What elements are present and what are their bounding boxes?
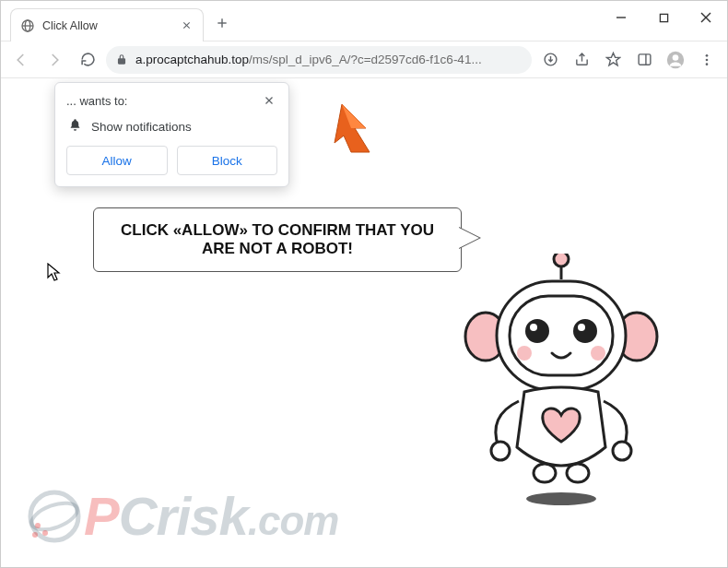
svg-point-19 xyxy=(706,54,709,57)
bookmark-icon[interactable] xyxy=(598,45,628,75)
browser-tab[interactable]: Click Allow xyxy=(10,8,204,41)
watermark-globe-icon xyxy=(27,489,82,544)
titlebar: Click Allow xyxy=(1,1,727,41)
svg-point-42 xyxy=(526,492,596,505)
url-text: a.procaptchahub.top/ms/spl_d_ipv6_A/?c=d… xyxy=(135,53,482,66)
notification-permission-popup: ... wants to: Show notifications Allow B… xyxy=(54,82,289,187)
svg-rect-31 xyxy=(510,296,613,375)
allow-button[interactable]: Allow xyxy=(66,146,168,175)
permission-item-label: Show notifications xyxy=(91,120,192,134)
address-bar[interactable]: a.procaptchahub.top/ms/spl_d_ipv6_A/?c=d… xyxy=(106,46,532,74)
svg-marker-14 xyxy=(606,53,619,65)
svg-point-39 xyxy=(613,442,631,460)
reload-button[interactable] xyxy=(73,45,102,75)
cursor-icon xyxy=(47,263,62,285)
svg-rect-15 xyxy=(639,54,651,65)
tab-close-icon[interactable] xyxy=(179,18,194,33)
url-host: a.procaptchahub.top xyxy=(135,53,249,66)
permission-title: ... wants to: xyxy=(66,94,127,108)
url-path: /ms/spl_d_ipv6_A/?c=d2597cd6-f1c6-41... xyxy=(249,53,482,66)
svg-rect-8 xyxy=(660,14,667,21)
lock-icon xyxy=(115,53,128,66)
permission-item: Show notifications xyxy=(68,118,277,135)
instruction-bubble: CLICK «ALLOW» TO CONFIRM THAT YOU ARE NO… xyxy=(93,207,462,272)
browser-window: Click Allow xyxy=(0,0,728,568)
svg-point-45 xyxy=(35,523,41,528)
svg-point-32 xyxy=(525,319,549,343)
svg-point-40 xyxy=(534,464,556,482)
tab-title: Click Allow xyxy=(42,19,171,32)
svg-point-18 xyxy=(673,54,679,61)
maximize-button[interactable] xyxy=(642,1,685,34)
close-button[interactable] xyxy=(685,1,727,34)
svg-point-36 xyxy=(517,346,532,361)
permission-actions: Allow Block xyxy=(66,146,277,175)
close-icon[interactable] xyxy=(261,92,277,109)
window-controls xyxy=(600,1,727,41)
svg-point-41 xyxy=(567,464,589,482)
annotation-arrow-icon xyxy=(323,97,388,165)
svg-point-38 xyxy=(491,442,510,460)
page-content: ... wants to: Show notifications Allow B… xyxy=(1,78,727,567)
install-icon[interactable] xyxy=(535,45,565,75)
svg-point-37 xyxy=(591,346,605,361)
bell-icon xyxy=(68,118,82,135)
svg-point-20 xyxy=(706,58,709,61)
instruction-text: CLICK «ALLOW» TO CONFIRM THAT YOU ARE NO… xyxy=(121,221,434,257)
svg-point-35 xyxy=(578,324,585,331)
watermark-p: P xyxy=(84,486,119,546)
watermark-rest: risk xyxy=(157,486,248,546)
toolbar: a.procaptchahub.top/ms/spl_d_ipv6_A/?c=d… xyxy=(1,41,727,78)
share-icon[interactable] xyxy=(567,45,596,75)
side-panel-icon[interactable] xyxy=(629,45,659,75)
new-tab-button[interactable] xyxy=(209,10,235,36)
profile-icon[interactable] xyxy=(661,45,690,75)
svg-point-27 xyxy=(554,254,569,266)
svg-point-46 xyxy=(42,530,48,536)
svg-point-21 xyxy=(706,63,709,65)
block-button[interactable]: Block xyxy=(177,146,278,175)
svg-point-34 xyxy=(530,324,537,331)
minimize-button[interactable] xyxy=(600,1,642,34)
toolbar-right xyxy=(535,45,722,75)
permission-title-row: ... wants to: xyxy=(66,92,277,109)
watermark-c: C xyxy=(119,486,157,546)
svg-point-43 xyxy=(30,492,78,540)
back-button[interactable] xyxy=(6,45,36,75)
svg-point-33 xyxy=(573,319,597,343)
menu-icon[interactable] xyxy=(692,45,722,75)
watermark-suffix: .com xyxy=(248,498,339,543)
svg-point-47 xyxy=(32,532,38,538)
watermark: PCrisk.com xyxy=(27,485,338,547)
forward-button[interactable] xyxy=(40,45,69,75)
robot-illustration xyxy=(460,254,663,515)
globe-icon xyxy=(20,18,35,33)
